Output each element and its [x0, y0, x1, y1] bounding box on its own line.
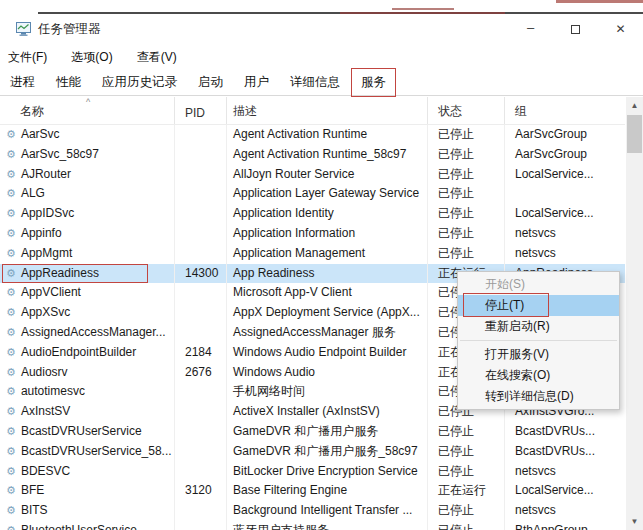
service-status: 已停止	[428, 125, 505, 145]
tab-processes[interactable]: 进程	[1, 69, 44, 96]
sort-ascending-icon: ^	[86, 97, 90, 107]
service-name-cell: ⚙AarSvc	[0, 125, 175, 145]
scroll-up-icon[interactable]: ▲	[626, 97, 643, 114]
service-description: Agent Activation Runtime	[227, 125, 428, 145]
table-row[interactable]: ⚙BDESVCBitLocker Drive Encryption Servic…	[0, 462, 625, 482]
menu-options[interactable]: 选项(O)	[61, 47, 122, 68]
service-group: BcastDVRUs...	[505, 422, 625, 442]
service-gear-icon: ⚙	[6, 303, 16, 323]
annotation-red-box	[463, 293, 549, 317]
service-status: 已停止	[428, 184, 505, 204]
table-row[interactable]: ⚙BITSBackground Intelligent Transfer ...…	[0, 501, 625, 521]
table-row[interactable]: ⚙AJRouterAllJoyn Router Service已停止LocalS…	[0, 165, 625, 185]
service-name-cell: ⚙AppXSvc	[0, 303, 175, 323]
service-name-cell: ⚙BluetoothUserService	[0, 521, 175, 530]
minimize-icon: –	[527, 20, 534, 35]
service-name: AssignedAccessManager...	[21, 323, 166, 343]
table-row[interactable]: ⚙BcastDVRUserService_58...GameDVR 和广播用户服…	[0, 442, 625, 462]
service-gear-icon: ⚙	[6, 165, 16, 185]
service-pid	[175, 501, 227, 521]
service-name: AarSvc	[21, 125, 60, 145]
service-description: Agent Activation Runtime_58c97	[227, 145, 428, 165]
service-pid	[175, 303, 227, 323]
scrollbar-thumb[interactable]	[627, 115, 642, 153]
service-gear-icon: ⚙	[6, 501, 16, 521]
minimize-button[interactable]: –	[508, 14, 553, 44]
service-status: 已停止	[428, 145, 505, 165]
window-title: 任务管理器	[38, 21, 101, 38]
column-header-group[interactable]: 组	[505, 97, 625, 124]
task-manager-icon	[16, 22, 31, 36]
service-name-cell: ⚙AssignedAccessManager...	[0, 323, 175, 343]
tab-details[interactable]: 详细信息	[281, 69, 349, 96]
table-row[interactable]: ⚙AppMgmtApplication Management已停止netsvcs	[0, 244, 625, 264]
service-name-cell: ⚙AxInstSV	[0, 402, 175, 422]
service-name: BcastDVRUserService_58...	[21, 442, 172, 462]
close-button[interactable]: ✕	[598, 14, 643, 44]
service-gear-icon: ⚙	[6, 442, 16, 462]
table-row[interactable]: ⚙BluetoothUserService蓝牙用户支持服务已停止BthAppGr…	[0, 521, 625, 530]
menu-separator	[460, 340, 617, 341]
service-name-cell: ⚙AarSvc_58c97	[0, 145, 175, 165]
service-name: AxInstSV	[21, 402, 70, 422]
service-description: ActiveX Installer (AxInstSV)	[227, 402, 428, 422]
service-name-cell: ⚙autotimesvc	[0, 382, 175, 402]
service-name-cell: ⚙AppIDSvc	[0, 204, 175, 224]
title-bar: 任务管理器 – ✕	[0, 14, 643, 44]
service-group: netsvcs	[505, 462, 625, 482]
table-row[interactable]: ⚙AarSvcAgent Activation Runtime已停止AarSvc…	[0, 125, 625, 145]
tab-users[interactable]: 用户	[235, 69, 278, 96]
service-gear-icon: ⚙	[6, 184, 16, 204]
service-pid	[175, 145, 227, 165]
service-pid	[175, 442, 227, 462]
table-row[interactable]: ⚙BFE3120Base Filtering Engine正在运行LocalSe…	[0, 481, 625, 501]
column-header-pid[interactable]: PID	[175, 97, 227, 124]
service-group: LocalService...	[505, 204, 625, 224]
service-group: BthAppGroup...	[505, 521, 625, 530]
tab-app-history[interactable]: 应用历史记录	[93, 69, 186, 96]
service-name-cell: ⚙AudioEndpointBuilder	[0, 343, 175, 363]
service-gear-icon: ⚙	[6, 323, 16, 343]
service-pid	[175, 382, 227, 402]
column-header-status[interactable]: 状态	[428, 97, 505, 124]
table-row[interactable]: ⚙ALGApplication Layer Gateway Service已停止	[0, 184, 625, 204]
service-gear-icon: ⚙	[6, 481, 16, 501]
context-menu-item[interactable]: 转到详细信息(D)	[458, 386, 619, 407]
service-gear-icon: ⚙	[6, 363, 16, 383]
scroll-down-icon[interactable]: ▼	[626, 513, 643, 530]
service-name: Audiosrv	[21, 363, 68, 383]
tab-services[interactable]: 服务	[352, 69, 395, 96]
table-row[interactable]: ⚙AarSvc_58c97Agent Activation Runtime_58…	[0, 145, 625, 165]
service-name-cell: ⚙AppMgmt	[0, 244, 175, 264]
service-name: AarSvc_58c97	[21, 145, 99, 165]
service-gear-icon: ⚙	[6, 264, 16, 284]
service-pid	[175, 125, 227, 145]
red-artifact-smudge	[392, 8, 454, 10]
menu-file[interactable]: 文件(F)	[0, 47, 57, 68]
service-gear-icon: ⚙	[6, 204, 16, 224]
service-name: BITS	[21, 501, 48, 521]
tab-performance[interactable]: 性能	[47, 69, 90, 96]
service-name: AJRouter	[21, 165, 71, 185]
service-description: 手机网络时间	[227, 382, 428, 402]
column-header-description[interactable]: 描述	[227, 97, 428, 124]
service-group: AarSvcGroup	[505, 145, 625, 165]
table-row[interactable]: ⚙BcastDVRUserServiceGameDVR 和广播用户服务已停止Bc…	[0, 422, 625, 442]
maximize-button[interactable]	[553, 14, 598, 44]
menu-view[interactable]: 查看(V)	[127, 47, 187, 68]
table-row[interactable]: ⚙AppIDSvcApplication Identity已停止LocalSer…	[0, 204, 625, 224]
service-name: BDESVC	[21, 462, 70, 482]
service-name-cell: ⚙BcastDVRUserService_58...	[0, 442, 175, 462]
context-menu-item[interactable]: 在线搜索(O)	[458, 365, 619, 386]
tab-startup[interactable]: 启动	[189, 69, 232, 96]
service-pid: 2676	[175, 363, 227, 383]
service-name-cell: ⚙Appinfo	[0, 224, 175, 244]
table-row[interactable]: ⚙AppinfoApplication Information已停止netsvc…	[0, 224, 625, 244]
context-menu-item[interactable]: 重新启动(R)	[458, 316, 619, 337]
service-status: 已停止	[428, 244, 505, 264]
context-menu-item[interactable]: 打开服务(V)	[458, 344, 619, 365]
context-menu-item[interactable]: 停止(T)	[458, 295, 619, 316]
service-description: Application Layer Gateway Service	[227, 184, 428, 204]
vertical-scrollbar[interactable]: ▲ ▼	[626, 97, 643, 530]
service-pid	[175, 224, 227, 244]
